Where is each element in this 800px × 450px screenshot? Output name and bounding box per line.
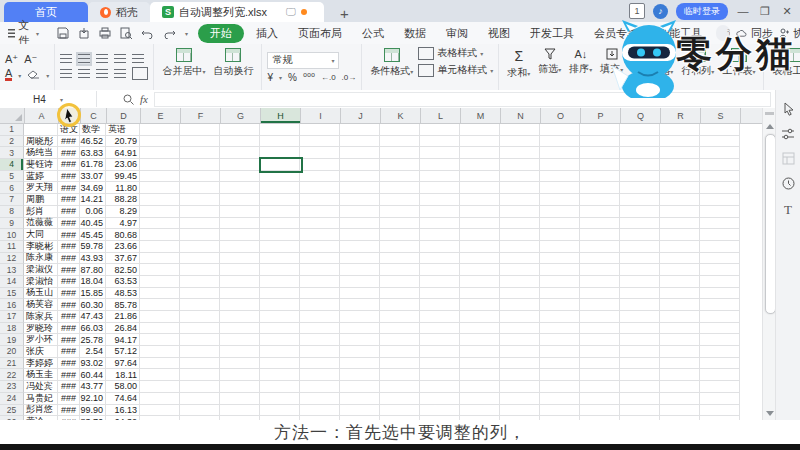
cell-P24[interactable] [580, 393, 620, 405]
cell-N6[interactable] [500, 182, 540, 194]
cell-H8[interactable] [260, 206, 300, 218]
cell-S8[interactable] [700, 206, 740, 218]
cell-S5[interactable] [700, 171, 740, 183]
cell-G17[interactable] [220, 311, 260, 323]
cell-S13[interactable] [700, 264, 740, 276]
zoom-formula-icon[interactable] [123, 94, 134, 105]
cell-K6[interactable] [380, 182, 420, 194]
cell-C10[interactable]: 45.45 [80, 229, 106, 241]
cell-L7[interactable] [420, 194, 460, 206]
cell-Q20[interactable] [620, 346, 660, 358]
cell-B22[interactable]: ### [58, 369, 80, 381]
cell-G13[interactable] [220, 264, 260, 276]
cell-H4[interactable] [260, 159, 300, 171]
cell-O15[interactable] [540, 288, 580, 300]
cell-M20[interactable] [460, 346, 500, 358]
cell-E10[interactable] [140, 229, 180, 241]
close-button[interactable]: ✕ [780, 5, 794, 18]
cell-K21[interactable] [380, 358, 420, 370]
cell-F5[interactable] [180, 171, 220, 183]
cell-E3[interactable] [140, 147, 180, 159]
minimize-button[interactable]: — [736, 5, 750, 17]
cell-M3[interactable] [460, 147, 500, 159]
cell-L8[interactable] [420, 206, 460, 218]
cell-E2[interactable] [140, 136, 180, 148]
cell-P13[interactable] [580, 264, 620, 276]
cell-P21[interactable] [580, 358, 620, 370]
cell-R17[interactable] [660, 311, 700, 323]
cell-O2[interactable] [540, 136, 580, 148]
cell-R7[interactable] [660, 194, 700, 206]
cell-B17[interactable]: ### [58, 311, 80, 323]
cell-L16[interactable] [420, 299, 460, 311]
cell-N5[interactable] [500, 171, 540, 183]
cell-Q25[interactable] [620, 405, 660, 417]
cell-E17[interactable] [140, 311, 180, 323]
cell-G24[interactable] [220, 393, 260, 405]
cell-O12[interactable] [540, 253, 580, 265]
column-header-E[interactable]: E [141, 108, 181, 123]
cell-P7[interactable] [580, 194, 620, 206]
cell-I10[interactable] [300, 229, 340, 241]
cell-K13[interactable] [380, 264, 420, 276]
cell-N20[interactable] [500, 346, 540, 358]
cell-E8[interactable] [140, 206, 180, 218]
cell-Q8[interactable] [620, 206, 660, 218]
cell-L25[interactable] [420, 405, 460, 417]
cell-Q18[interactable] [620, 323, 660, 335]
cell-O14[interactable] [540, 276, 580, 288]
cell-N1[interactable] [500, 124, 540, 136]
cell-B14[interactable]: ### [58, 276, 80, 288]
cell-I19[interactable] [300, 334, 340, 346]
cell-C5[interactable]: 33.07 [80, 171, 106, 183]
cell-N21[interactable] [500, 358, 540, 370]
cell-O21[interactable] [540, 358, 580, 370]
cell-F15[interactable] [180, 288, 220, 300]
cell-J21[interactable] [340, 358, 380, 370]
cell-B9[interactable]: ### [58, 218, 80, 230]
sum-button[interactable]: Σ 求和▾ [504, 46, 533, 82]
cell-E25[interactable] [140, 405, 180, 417]
formula-input[interactable] [154, 92, 771, 107]
cell-Q16[interactable] [620, 299, 660, 311]
cell-F7[interactable] [180, 194, 220, 206]
cell-G4[interactable] [220, 159, 260, 171]
column-header-L[interactable]: L [421, 108, 461, 123]
cell-I1[interactable] [300, 124, 340, 136]
cell-H11[interactable] [260, 241, 300, 253]
cell-H3[interactable] [260, 147, 300, 159]
cell-E7[interactable] [140, 194, 180, 206]
cell-Q24[interactable] [620, 393, 660, 405]
cell-S16[interactable] [700, 299, 740, 311]
cell-S6[interactable] [700, 182, 740, 194]
cell-C2[interactable]: 46.52 [80, 136, 106, 148]
cell-R13[interactable] [660, 264, 700, 276]
cell-R19[interactable] [660, 334, 700, 346]
cell-Q23[interactable] [620, 381, 660, 393]
cell-B6[interactable]: ### [58, 182, 80, 194]
fx-icon[interactable]: fx [140, 93, 148, 105]
undo-icon[interactable] [141, 28, 154, 39]
cell-D10[interactable]: 80.68 [106, 229, 140, 241]
cell-I25[interactable] [300, 405, 340, 417]
cell-I17[interactable] [300, 311, 340, 323]
text-tool-icon[interactable]: T [784, 202, 792, 218]
rows-cols-button[interactable]: 行和列▾ [678, 46, 717, 80]
cell-M12[interactable] [460, 253, 500, 265]
menu-tab-智能工具[interactable]: 智能工具 [650, 24, 710, 43]
cell-I16[interactable] [300, 299, 340, 311]
cell-M5[interactable] [460, 171, 500, 183]
cell-P17[interactable] [580, 311, 620, 323]
cell-P19[interactable] [580, 334, 620, 346]
cell-K15[interactable] [380, 288, 420, 300]
more-commands-icon[interactable]: ▾ [185, 30, 188, 37]
cell-G22[interactable] [220, 369, 260, 381]
cell-F25[interactable] [180, 405, 220, 417]
wrap-text-button[interactable]: 自动换行 [210, 46, 256, 80]
merge-center-button[interactable]: 合并居中▾ [159, 46, 208, 80]
cell-E15[interactable] [140, 288, 180, 300]
cell-C22[interactable]: 60.44 [80, 369, 106, 381]
cell-J8[interactable] [340, 206, 380, 218]
cell-O17[interactable] [540, 311, 580, 323]
align-top-icon[interactable] [60, 54, 72, 64]
